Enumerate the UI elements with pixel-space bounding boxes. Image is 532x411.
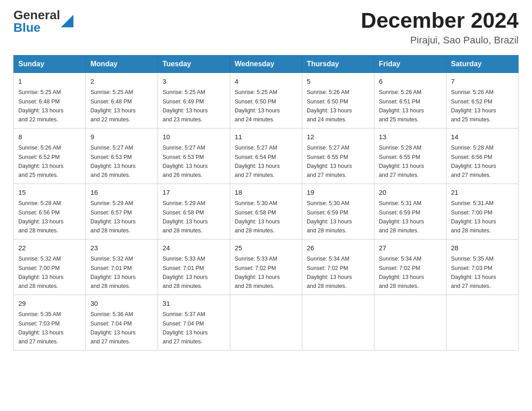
day-number: 26 xyxy=(307,243,369,253)
day-number: 13 xyxy=(379,132,442,142)
day-info: Sunrise: 5:34 AMSunset: 7:02 PMDaylight:… xyxy=(307,256,352,289)
table-row: 19 Sunrise: 5:30 AMSunset: 6:59 PMDaylig… xyxy=(302,184,374,239)
table-row: 14 Sunrise: 5:28 AMSunset: 6:56 PMDaylig… xyxy=(446,128,519,184)
table-row: 4 Sunrise: 5:25 AMSunset: 6:50 PMDayligh… xyxy=(230,73,302,128)
table-row: 15 Sunrise: 5:28 AMSunset: 6:56 PMDaylig… xyxy=(14,184,86,239)
calendar-week-2: 8 Sunrise: 5:26 AMSunset: 6:52 PMDayligh… xyxy=(14,128,519,184)
day-number: 2 xyxy=(90,77,153,87)
day-info: Sunrise: 5:29 AMSunset: 6:57 PMDaylight:… xyxy=(90,200,136,234)
day-info: Sunrise: 5:33 AMSunset: 7:01 PMDaylight:… xyxy=(163,256,208,289)
day-number: 20 xyxy=(379,188,442,198)
table-row xyxy=(302,295,374,350)
day-info: Sunrise: 5:28 AMSunset: 6:55 PMDaylight:… xyxy=(379,145,424,178)
table-row: 28 Sunrise: 5:35 AMSunset: 7:03 PMDaylig… xyxy=(446,239,519,295)
table-row: 23 Sunrise: 5:32 AMSunset: 7:01 PMDaylig… xyxy=(86,239,158,295)
table-row: 22 Sunrise: 5:32 AMSunset: 7:00 PMDaylig… xyxy=(14,239,86,295)
table-row: 9 Sunrise: 5:27 AMSunset: 6:53 PMDayligh… xyxy=(86,128,158,184)
table-row: 27 Sunrise: 5:34 AMSunset: 7:02 PMDaylig… xyxy=(374,239,446,295)
day-info: Sunrise: 5:33 AMSunset: 7:02 PMDaylight:… xyxy=(235,256,280,289)
logo: General Blue xyxy=(13,9,73,34)
day-info: Sunrise: 5:35 AMSunset: 7:03 PMDaylight:… xyxy=(18,311,64,345)
day-info: Sunrise: 5:25 AMSunset: 6:48 PMDaylight:… xyxy=(18,89,64,123)
table-row: 8 Sunrise: 5:26 AMSunset: 6:52 PMDayligh… xyxy=(14,128,86,184)
day-info: Sunrise: 5:26 AMSunset: 6:51 PMDaylight:… xyxy=(379,89,424,123)
day-number: 28 xyxy=(451,243,514,253)
table-row: 11 Sunrise: 5:27 AMSunset: 6:54 PMDaylig… xyxy=(230,128,302,184)
day-number: 30 xyxy=(90,299,153,309)
table-row: 2 Sunrise: 5:25 AMSunset: 6:48 PMDayligh… xyxy=(86,73,158,128)
day-info: Sunrise: 5:29 AMSunset: 6:58 PMDaylight:… xyxy=(163,200,208,234)
day-number: 7 xyxy=(451,77,514,87)
table-row: 13 Sunrise: 5:28 AMSunset: 6:55 PMDaylig… xyxy=(374,128,446,184)
table-row: 7 Sunrise: 5:26 AMSunset: 6:52 PMDayligh… xyxy=(446,73,519,128)
day-info: Sunrise: 5:26 AMSunset: 6:50 PMDaylight:… xyxy=(307,89,352,123)
svg-marker-0 xyxy=(61,15,73,27)
day-number: 31 xyxy=(163,299,225,309)
day-info: Sunrise: 5:27 AMSunset: 6:53 PMDaylight:… xyxy=(90,145,136,178)
day-number: 6 xyxy=(379,77,442,87)
table-row: 30 Sunrise: 5:36 AMSunset: 7:04 PMDaylig… xyxy=(86,295,158,350)
day-number: 18 xyxy=(235,188,297,198)
logo-triangle-icon xyxy=(61,13,73,29)
day-number: 22 xyxy=(18,243,81,253)
day-number: 21 xyxy=(451,188,514,198)
day-info: Sunrise: 5:27 AMSunset: 6:54 PMDaylight:… xyxy=(235,145,280,178)
day-info: Sunrise: 5:25 AMSunset: 6:49 PMDaylight:… xyxy=(163,89,208,123)
day-info: Sunrise: 5:27 AMSunset: 6:53 PMDaylight:… xyxy=(163,145,208,178)
table-row: 31 Sunrise: 5:37 AMSunset: 7:04 PMDaylig… xyxy=(158,295,230,350)
day-info: Sunrise: 5:36 AMSunset: 7:04 PMDaylight:… xyxy=(90,311,136,345)
table-row: 24 Sunrise: 5:33 AMSunset: 7:01 PMDaylig… xyxy=(158,239,230,295)
calendar-week-3: 15 Sunrise: 5:28 AMSunset: 6:56 PMDaylig… xyxy=(14,184,519,239)
table-row: 16 Sunrise: 5:29 AMSunset: 6:57 PMDaylig… xyxy=(86,184,158,239)
header-friday: Friday xyxy=(374,55,446,73)
weekday-header-row: Sunday Monday Tuesday Wednesday Thursday… xyxy=(14,55,519,73)
calendar-week-1: 1 Sunrise: 5:25 AMSunset: 6:48 PMDayligh… xyxy=(14,73,519,128)
day-number: 12 xyxy=(307,132,369,142)
header-saturday: Saturday xyxy=(446,55,519,73)
table-row: 5 Sunrise: 5:26 AMSunset: 6:50 PMDayligh… xyxy=(302,73,374,128)
day-number: 25 xyxy=(235,243,297,253)
day-number: 1 xyxy=(18,77,81,87)
day-number: 24 xyxy=(163,243,225,253)
day-info: Sunrise: 5:28 AMSunset: 6:56 PMDaylight:… xyxy=(451,145,496,178)
day-number: 3 xyxy=(163,77,225,87)
day-number: 4 xyxy=(235,77,297,87)
calendar-title: December 2024 xyxy=(361,9,519,33)
page-header: General Blue December 2024 Pirajui, Sao … xyxy=(13,9,519,46)
day-number: 14 xyxy=(451,132,514,142)
day-info: Sunrise: 5:34 AMSunset: 7:02 PMDaylight:… xyxy=(379,256,424,289)
day-number: 17 xyxy=(163,188,225,198)
table-row: 25 Sunrise: 5:33 AMSunset: 7:02 PMDaylig… xyxy=(230,239,302,295)
day-info: Sunrise: 5:31 AMSunset: 7:00 PMDaylight:… xyxy=(451,200,496,234)
day-info: Sunrise: 5:37 AMSunset: 7:04 PMDaylight:… xyxy=(163,311,208,345)
day-number: 16 xyxy=(90,188,153,198)
table-row xyxy=(446,295,519,350)
day-number: 27 xyxy=(379,243,442,253)
calendar-subtitle: Pirajui, Sao Paulo, Brazil xyxy=(361,34,519,46)
table-row: 1 Sunrise: 5:25 AMSunset: 6:48 PMDayligh… xyxy=(14,73,86,128)
table-row: 21 Sunrise: 5:31 AMSunset: 7:00 PMDaylig… xyxy=(446,184,519,239)
day-number: 15 xyxy=(18,188,81,198)
day-info: Sunrise: 5:32 AMSunset: 7:00 PMDaylight:… xyxy=(18,256,64,289)
calendar-week-4: 22 Sunrise: 5:32 AMSunset: 7:00 PMDaylig… xyxy=(14,239,519,295)
day-info: Sunrise: 5:30 AMSunset: 6:59 PMDaylight:… xyxy=(307,200,352,234)
day-number: 9 xyxy=(90,132,153,142)
header-tuesday: Tuesday xyxy=(158,55,230,73)
calendar-table: Sunday Monday Tuesday Wednesday Thursday… xyxy=(13,55,519,351)
table-row: 26 Sunrise: 5:34 AMSunset: 7:02 PMDaylig… xyxy=(302,239,374,295)
table-row: 20 Sunrise: 5:31 AMSunset: 6:59 PMDaylig… xyxy=(374,184,446,239)
day-number: 5 xyxy=(307,77,369,87)
header-thursday: Thursday xyxy=(302,55,374,73)
day-info: Sunrise: 5:28 AMSunset: 6:56 PMDaylight:… xyxy=(18,200,64,234)
header-monday: Monday xyxy=(86,55,158,73)
day-info: Sunrise: 5:27 AMSunset: 6:55 PMDaylight:… xyxy=(307,145,352,178)
day-info: Sunrise: 5:26 AMSunset: 6:52 PMDaylight:… xyxy=(18,145,64,178)
table-row: 6 Sunrise: 5:26 AMSunset: 6:51 PMDayligh… xyxy=(374,73,446,128)
table-row: 3 Sunrise: 5:25 AMSunset: 6:49 PMDayligh… xyxy=(158,73,230,128)
day-info: Sunrise: 5:32 AMSunset: 7:01 PMDaylight:… xyxy=(90,256,136,289)
table-row: 17 Sunrise: 5:29 AMSunset: 6:58 PMDaylig… xyxy=(158,184,230,239)
day-info: Sunrise: 5:35 AMSunset: 7:03 PMDaylight:… xyxy=(451,256,496,289)
day-info: Sunrise: 5:31 AMSunset: 6:59 PMDaylight:… xyxy=(379,200,424,234)
day-number: 10 xyxy=(163,132,225,142)
day-number: 29 xyxy=(18,299,81,309)
